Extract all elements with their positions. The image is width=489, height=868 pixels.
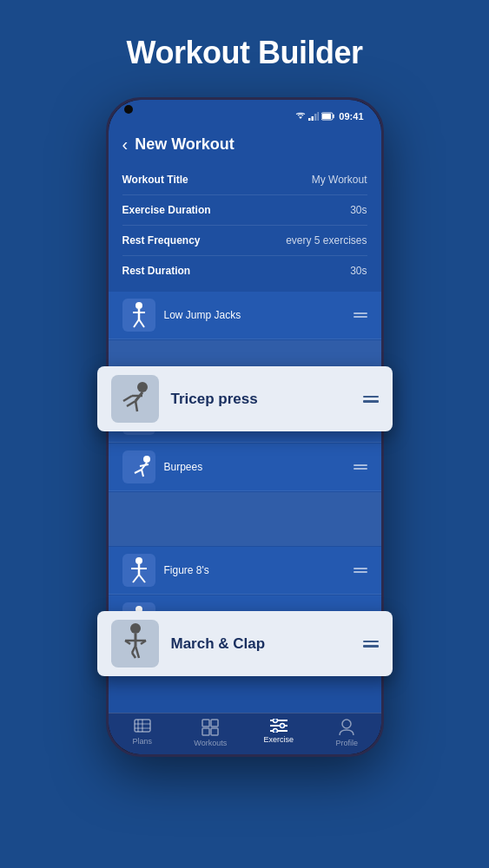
list-item[interactable]: Figure 8's	[109, 547, 381, 595]
nav-label-exercise: Exercise	[263, 735, 294, 744]
setting-label-rest-duration: Rest Duration	[122, 265, 191, 277]
nav-item-profile[interactable]: Profile	[313, 719, 381, 747]
nav-item-workouts[interactable]: Workouts	[176, 719, 245, 747]
app-header: ‹ New Workout	[109, 126, 381, 165]
exercise-thumb-low-jump-jacks	[122, 299, 155, 332]
svg-line-20	[140, 464, 149, 466]
svg-point-7	[135, 302, 142, 309]
svg-line-59	[132, 653, 135, 658]
svg-rect-41	[211, 728, 218, 735]
svg-point-18	[143, 456, 150, 463]
floating-march-clap[interactable]: March & Clap	[97, 611, 393, 676]
exercise-figure-burpees	[122, 450, 155, 483]
drag-handle-burpees[interactable]	[354, 464, 367, 470]
setting-value-workout-title: My Workout	[312, 174, 367, 186]
march-clap-placeholder	[109, 492, 381, 546]
svg-point-45	[273, 719, 277, 723]
svg-rect-38	[202, 720, 209, 727]
status-time: 09:41	[339, 111, 363, 122]
battery-icon	[321, 112, 335, 121]
svg-rect-4	[318, 112, 320, 121]
march-clap-thumb	[111, 620, 159, 667]
svg-marker-0	[299, 117, 302, 120]
svg-line-10	[134, 319, 139, 327]
svg-rect-2	[312, 116, 314, 121]
exercise-thumb-figure8	[122, 554, 155, 587]
setting-value-rest-duration: 30s	[350, 265, 367, 277]
nav-label-workouts: Workouts	[194, 739, 227, 747]
drag-handle-low-jump-jacks[interactable]	[354, 312, 367, 318]
settings-section: Workout Title My Workout Exercise Durati…	[109, 165, 381, 286]
svg-line-54	[123, 396, 132, 401]
setting-row-rest-frequency[interactable]: Rest Frequency every 5 exercises	[122, 226, 367, 256]
tricep-press-thumb	[111, 375, 159, 423]
nav-label-plans: Plans	[132, 737, 152, 746]
status-right: 09:41	[295, 111, 363, 122]
setting-value-rest-frequency: every 5 exercises	[286, 234, 367, 247]
page-title: Workout Builder	[127, 35, 363, 71]
setting-row-exercise-duration[interactable]: Exercise Duration 30s	[122, 195, 367, 226]
svg-point-48	[342, 720, 351, 728]
setting-row-workout-title[interactable]: Workout Title My Workout	[122, 165, 367, 195]
svg-rect-1	[308, 118, 311, 121]
setting-row-rest-duration[interactable]: Rest Duration 30s	[122, 256, 367, 286]
workouts-icon	[202, 719, 219, 736]
exercise-figure-low-jump-jacks	[122, 299, 155, 332]
svg-point-47	[273, 729, 277, 733]
svg-line-21	[135, 470, 142, 473]
nav-item-exercise[interactable]: Exercise	[245, 719, 314, 747]
back-button[interactable]: ‹	[122, 135, 129, 155]
svg-rect-3	[314, 114, 317, 121]
setting-label-workout-title: Workout Title	[122, 174, 188, 186]
march-clap-name: March & Clap	[171, 635, 363, 653]
exercise-thumb-burpees	[122, 450, 155, 483]
svg-line-27	[139, 575, 145, 582]
list-item[interactable]: Burpees	[109, 444, 381, 491]
march-clap-figure	[111, 620, 159, 667]
svg-line-52	[127, 401, 135, 406]
tricep-press-name: Tricep press	[171, 391, 363, 408]
svg-rect-40	[202, 728, 209, 735]
svg-point-23	[135, 557, 142, 564]
exercise-name-burpees: Burpees	[164, 461, 354, 473]
nav-label-profile: Profile	[335, 739, 358, 747]
signal-icon	[308, 112, 319, 121]
svg-rect-6	[322, 114, 331, 119]
camera-hole	[124, 105, 133, 114]
tricep-press-figure	[111, 375, 159, 423]
svg-line-22	[142, 470, 143, 477]
svg-line-53	[135, 401, 137, 411]
status-bar: 09:41	[109, 100, 381, 126]
march-clap-drag-handle[interactable]	[363, 641, 379, 648]
svg-point-55	[130, 623, 141, 634]
header-title: New Workout	[135, 135, 235, 154]
floating-tricep-press[interactable]: Tricep press	[97, 366, 393, 431]
nav-item-plans[interactable]: Plans	[109, 719, 177, 747]
exercise-name-figure8: Figure 8's	[164, 564, 354, 576]
svg-line-11	[139, 319, 144, 327]
list-item[interactable]: Low Jump Jacks	[109, 292, 381, 339]
exercise-icon	[270, 719, 287, 733]
setting-label-exercise-duration: Exercise Duration	[122, 204, 211, 216]
svg-point-49	[137, 382, 148, 392]
status-icons	[295, 112, 335, 121]
exercise-figure-figure8	[122, 554, 155, 587]
plans-icon	[134, 719, 151, 734]
svg-rect-39	[211, 720, 218, 727]
profile-icon	[339, 719, 354, 736]
svg-line-60	[135, 646, 139, 658]
phone-wrapper: 09:41 ‹ New Workout Workout Title My Wor…	[106, 97, 384, 809]
wifi-icon	[295, 112, 306, 121]
drag-handle-figure8[interactable]	[354, 568, 367, 573]
svg-line-26	[133, 575, 139, 582]
svg-point-46	[280, 724, 284, 728]
tricep-press-drag-handle[interactable]	[363, 396, 379, 403]
setting-value-exercise-duration: 30s	[350, 204, 367, 216]
exercise-name-low-jump-jacks: Low Jump Jacks	[164, 309, 354, 321]
bottom-nav: Plans Workouts	[109, 713, 381, 754]
setting-label-rest-frequency: Rest Frequency	[122, 234, 201, 247]
